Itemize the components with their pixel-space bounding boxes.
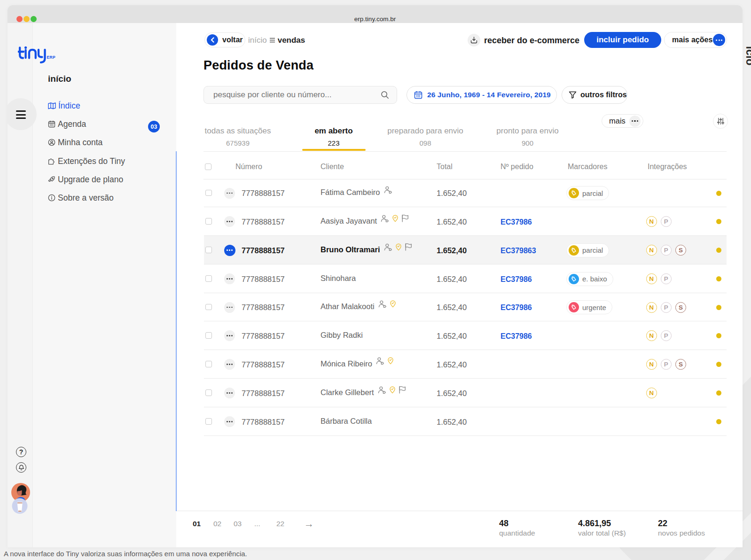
svg-text:ERP: ERP	[47, 55, 56, 60]
